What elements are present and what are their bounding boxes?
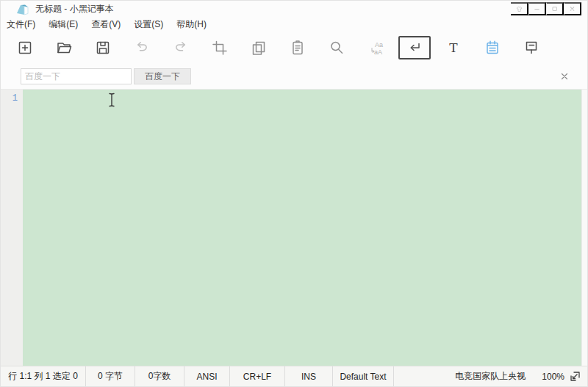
baidu-search-button[interactable]: 百度一下	[134, 68, 191, 84]
undo-icon	[133, 39, 151, 57]
sticky-notes-button[interactable]	[473, 32, 512, 64]
minimize-button[interactable]	[528, 2, 546, 15]
word-count-status: 0字数	[135, 366, 184, 386]
copy-button[interactable]	[239, 32, 278, 64]
bulletin-board-icon	[523, 39, 540, 57]
redo-icon	[172, 39, 190, 57]
open-file-button[interactable]	[44, 32, 83, 64]
menubar: 文件(F) 编辑(E) 查看(V) 设置(S) 帮助(H)	[1, 18, 587, 32]
new-file-icon	[16, 39, 34, 57]
line-ending-status[interactable]: CR+LF	[230, 366, 285, 386]
font-button[interactable]: T	[434, 32, 473, 64]
titlebar: 无标题 - 小黑记事本	[1, 1, 587, 18]
editor-region: 1	[1, 90, 587, 366]
word-wrap-button[interactable]	[395, 32, 434, 64]
text-cursor-icon	[107, 93, 116, 107]
sticky-notes-icon	[484, 39, 501, 57]
copy-icon	[250, 39, 268, 57]
maximize-button[interactable]	[546, 2, 564, 15]
menu-view[interactable]: 查看(V)	[85, 18, 127, 32]
text-edit-area[interactable]	[23, 90, 581, 366]
insert-mode-status[interactable]: INS	[285, 366, 333, 386]
shirt-icon	[515, 4, 523, 15]
menu-settings[interactable]: 设置(S)	[127, 18, 170, 32]
hot-news-link[interactable]: 电竞国家队上央视	[455, 370, 526, 383]
encoding-status[interactable]: ANSI	[184, 366, 230, 386]
byte-count-status: 0 字节	[86, 366, 135, 386]
word-wrap-icon	[406, 39, 423, 57]
baidu-search-bar: 百度一下	[1, 64, 587, 90]
new-file-button[interactable]	[5, 32, 44, 64]
search-icon	[328, 39, 345, 57]
scrollbar-track[interactable]	[581, 90, 587, 366]
menu-edit[interactable]: 编辑(E)	[42, 18, 85, 32]
save-button[interactable]	[83, 32, 122, 64]
close-icon	[569, 4, 576, 14]
menu-help[interactable]: 帮助(H)	[170, 18, 213, 32]
menu-file[interactable]: 文件(F)	[1, 18, 42, 32]
font-icon: T	[445, 39, 462, 57]
search-input[interactable]	[21, 68, 132, 84]
skin-button[interactable]	[511, 2, 528, 15]
app-window: 无标题 - 小黑记事本 文件(F) 编辑(E) 查看(V) 设置(S) 帮助(H…	[0, 0, 588, 387]
bulletin-button[interactable]	[512, 32, 551, 64]
app-logo-icon	[15, 4, 30, 15]
statusbar-right: 电竞国家队上央视 100%	[394, 366, 587, 386]
line-number-gutter: 1	[1, 90, 23, 366]
maximize-icon	[551, 4, 558, 14]
crop-icon	[211, 39, 229, 57]
svg-text:Aa: Aa	[375, 41, 383, 48]
svg-text:T: T	[449, 40, 458, 55]
line-number: 1	[1, 93, 23, 104]
minimize-icon	[534, 4, 540, 14]
close-x-icon	[560, 72, 569, 81]
window-controls	[511, 2, 581, 15]
statusbar: 行 1:1 列 1 选定 0 0 字节 0字数 ANSI CR+LF INS D…	[1, 366, 587, 386]
search-bar-close-button[interactable]	[559, 71, 570, 82]
close-button[interactable]	[564, 2, 581, 15]
crop-button[interactable]	[200, 32, 239, 64]
find-button[interactable]	[317, 32, 356, 64]
window-title: 无标题 - 小黑记事本	[35, 3, 114, 15]
paste-icon	[289, 39, 306, 57]
zoom-level[interactable]: 100%	[542, 372, 564, 382]
save-icon	[94, 39, 112, 57]
syntax-status[interactable]: Default Text	[333, 366, 394, 386]
svg-text:aA: aA	[374, 48, 382, 56]
resize-fit-icon[interactable]	[569, 370, 581, 383]
word-wrap-active-frame	[398, 36, 431, 59]
redo-button[interactable]	[161, 32, 200, 64]
caret-position-status: 行 1:1 列 1 选定 0	[1, 366, 86, 386]
case-convert-button[interactable]: Aa aA	[356, 32, 395, 64]
open-folder-icon	[55, 39, 73, 57]
case-convert-icon: Aa aA	[367, 39, 384, 57]
undo-button[interactable]	[122, 32, 161, 64]
paste-button[interactable]	[278, 32, 317, 64]
toolbar: Aa aA T	[1, 32, 587, 64]
